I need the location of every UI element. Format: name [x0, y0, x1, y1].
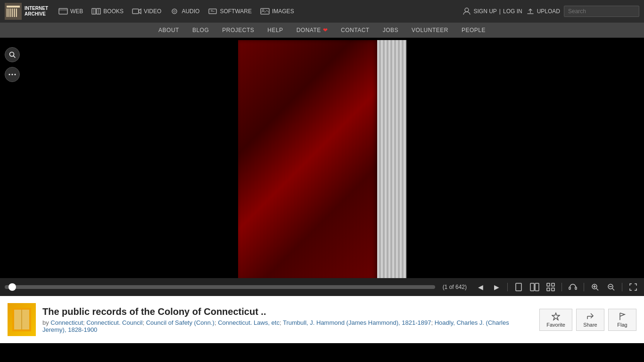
flag-label: Flag: [617, 322, 627, 328]
separator-2: [561, 283, 562, 291]
svg-rect-5: [8, 8, 8, 17]
author-link-connecticut[interactable]: Connecticut: [50, 319, 83, 326]
grid-icon: [546, 283, 555, 291]
next-page-button[interactable]: ▶: [490, 281, 503, 293]
grid-view-button[interactable]: [545, 281, 557, 293]
zoom-out-button[interactable]: [605, 281, 617, 293]
top-navigation: INTERNET ARCHIVE WEB BOOKS VIDEO: [0, 0, 644, 23]
log-in-label: LOG IN: [503, 8, 522, 15]
sec-nav-blog[interactable]: BLOG: [190, 27, 211, 33]
author-link-safety[interactable]: Council of Safety (Conn.): [146, 319, 215, 326]
progress-thumb[interactable]: [8, 283, 16, 291]
viewer-tools: [5, 47, 20, 82]
nav-books[interactable]: BOOKS: [88, 5, 127, 17]
book-viewer-area: [0, 38, 644, 278]
book-authors: by Connecticut; Connecticut. Council; Co…: [42, 319, 533, 333]
favorite-button[interactable]: Favorite: [539, 309, 572, 331]
author-link-council[interactable]: Connecticut. Council: [86, 319, 142, 326]
book-details: The public records of the Colony of Conn…: [42, 306, 533, 333]
viewer-bottom-controls: (1 of 642) ◀ ▶: [0, 278, 644, 296]
svg-rect-6: [11, 8, 12, 17]
nav-web[interactable]: WEB: [55, 5, 87, 17]
sign-in-area[interactable]: SIGN UP | LOG IN: [462, 7, 522, 16]
video-icon: [132, 8, 141, 15]
sign-up-label: SIGN UP: [473, 8, 496, 15]
nav-video[interactable]: VIDEO: [128, 5, 165, 17]
separator-3: [584, 283, 584, 291]
svg-rect-37: [575, 287, 577, 289]
svg-rect-30: [530, 283, 534, 291]
book-left-page: [238, 40, 377, 278]
search-icon: [9, 51, 16, 58]
book-info-bar: The public records of the Colony of Conn…: [0, 296, 644, 343]
sec-nav-about[interactable]: ABOUT: [157, 27, 181, 33]
audio-icon: [170, 8, 179, 15]
web-icon: [58, 8, 68, 15]
separator-1: [507, 283, 508, 291]
svg-line-44: [612, 288, 614, 290]
svg-point-26: [9, 74, 10, 75]
sec-nav-help[interactable]: HELP: [265, 27, 285, 33]
book-viewer-container: (1 of 642) ◀ ▶: [0, 38, 644, 296]
sec-nav-projects[interactable]: PROJECTS: [220, 27, 256, 33]
user-icon: [462, 7, 471, 16]
svg-rect-1: [7, 6, 20, 8]
headphone-icon: [569, 283, 577, 291]
fullscreen-button[interactable]: [627, 281, 639, 293]
share-button[interactable]: Share: [576, 309, 604, 331]
author-link-laws[interactable]: Connecticut. Laws, etc: [218, 319, 280, 326]
viewer-search-button[interactable]: [5, 47, 20, 62]
share-icon: [586, 312, 594, 321]
nav-images[interactable]: IMAGES: [256, 5, 298, 17]
favorite-label: Favorite: [546, 322, 565, 328]
upload-label: UPLOAD: [537, 8, 560, 15]
single-page-button[interactable]: [512, 281, 525, 293]
viewer-more-button[interactable]: [5, 67, 20, 82]
logo[interactable]: INTERNET ARCHIVE: [5, 3, 48, 20]
heart-icon: ❤: [323, 27, 328, 33]
upload-area[interactable]: UPLOAD: [526, 7, 560, 16]
nav-software[interactable]: SOFTWARE: [204, 5, 256, 17]
more-icon: [8, 74, 16, 75]
svg-rect-7: [15, 8, 16, 17]
single-page-icon: [515, 283, 522, 291]
separator-4: [622, 283, 622, 291]
svg-point-28: [15, 74, 16, 75]
progress-bar[interactable]: [5, 285, 435, 289]
sec-nav-donate[interactable]: DONATE ❤: [295, 27, 330, 33]
book-actions: Favorite Share Flag: [539, 309, 636, 331]
nav-right-area: SIGN UP | LOG IN UPLOAD: [462, 6, 639, 17]
svg-line-41: [596, 288, 598, 290]
star-icon: [552, 312, 560, 321]
zoom-in-icon: [591, 283, 599, 291]
svg-point-17: [173, 10, 175, 12]
book-pages-display: [238, 40, 406, 278]
author-link-trumbull[interactable]: Trumbull, J. Hammond (James Hammond), 18…: [283, 319, 431, 326]
svg-marker-48: [552, 313, 560, 320]
sec-nav-jobs[interactable]: JOBS: [381, 27, 400, 33]
svg-rect-8: [59, 8, 67, 14]
zoom-in-button[interactable]: [589, 281, 601, 293]
double-page-icon: [530, 283, 539, 291]
search-input[interactable]: [564, 6, 639, 17]
main-nav-items: WEB BOOKS VIDEO AUDIO SOFTWARE: [55, 5, 461, 17]
sec-nav-volunteer[interactable]: VOLUNTEER: [410, 27, 450, 33]
svg-line-25: [14, 56, 16, 58]
audio-button[interactable]: [567, 281, 579, 293]
fullscreen-icon: [629, 283, 637, 291]
svg-rect-33: [552, 283, 554, 286]
nav-audio[interactable]: AUDIO: [166, 5, 203, 17]
books-icon: [91, 8, 101, 15]
flag-button[interactable]: Flag: [608, 309, 636, 331]
svg-rect-29: [516, 283, 521, 291]
page-indicator: (1 of 642): [439, 284, 471, 290]
book-right-page: [377, 40, 406, 278]
svg-point-23: [465, 8, 469, 12]
sec-nav-contact[interactable]: CONTACT: [339, 27, 372, 33]
sec-nav-people[interactable]: PEOPLE: [460, 27, 487, 33]
svg-rect-34: [547, 288, 550, 291]
share-label: Share: [583, 322, 597, 328]
archive-logo-icon: [5, 3, 22, 20]
double-page-button[interactable]: [528, 281, 541, 293]
prev-page-button[interactable]: ◀: [474, 281, 487, 293]
